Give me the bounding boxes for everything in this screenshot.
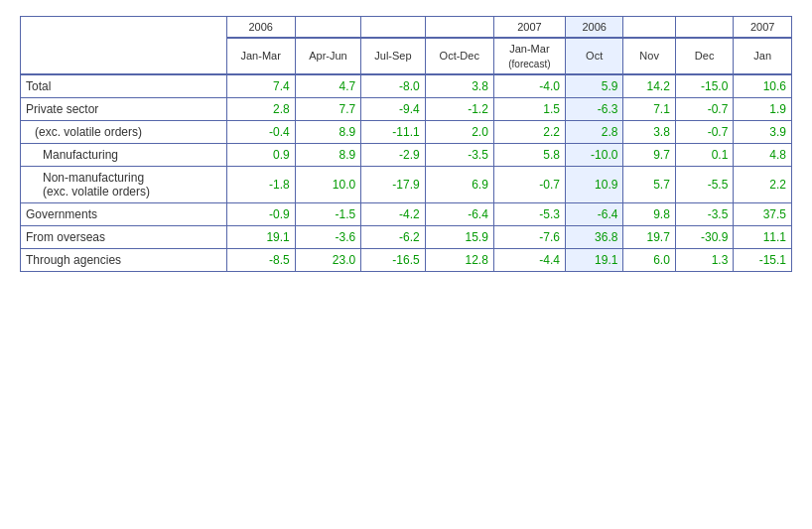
cell-oct_2006: 2.8 (565, 120, 623, 143)
cell-q1_2006: 19.1 (226, 225, 295, 248)
cell-jan_2007: 11.1 (734, 225, 792, 248)
cell-q1_2007: -0.7 (493, 166, 565, 202)
col-header-2006-oct: 2006 (565, 17, 623, 39)
cell-dec_2006: -3.5 (675, 202, 734, 225)
cell-jan_2007: -15.1 (734, 248, 792, 271)
cell-oct_2006: 5.9 (565, 74, 623, 98)
data-table: 2006 2007 2006 2007 Jan-Mar Apr-Jun Jul-… (20, 16, 792, 272)
cell-jan_2007: 37.5 (734, 202, 792, 225)
cell-q3_2006: -6.2 (361, 225, 426, 248)
table-row: Total7.44.7-8.03.8-4.05.914.2-15.010.6 (21, 74, 792, 98)
table-row: Non-manufacturing(exc. volatile orders)-… (21, 166, 792, 202)
cell-nov_2006: 9.8 (623, 202, 675, 225)
col-header-apr (295, 17, 360, 39)
cell-q1_2006: -0.9 (226, 202, 295, 225)
cell-nov_2006: 9.7 (623, 143, 675, 166)
cell-q2_2006: 7.7 (295, 97, 360, 120)
col-subheader-jan-mar: Jan-Mar (226, 38, 295, 74)
row-label: Through agencies (21, 248, 227, 271)
col-header-jul (361, 17, 426, 39)
cell-nov_2006: 14.2 (623, 74, 675, 98)
cell-q3_2006: -11.1 (361, 120, 426, 143)
cell-q4_2006: 12.8 (425, 248, 493, 271)
col-subheader-jan: Jan (734, 38, 792, 74)
cell-dec_2006: -0.7 (675, 97, 734, 120)
col-header-2007: 2007 (493, 17, 565, 39)
cell-q1_2007: 2.2 (493, 120, 565, 143)
cell-oct_2006: -6.3 (565, 97, 623, 120)
col-header-label (21, 17, 227, 74)
col-subheader-nov: Nov (623, 38, 675, 74)
row-label: Governments (21, 202, 227, 225)
cell-jan_2007: 4.8 (734, 143, 792, 166)
col-subheader-dec: Dec (675, 38, 734, 74)
col-header-nov (623, 17, 675, 39)
col-header-2006: 2006 (226, 17, 295, 39)
cell-q3_2006: -2.9 (361, 143, 426, 166)
cell-oct_2006: 10.9 (565, 166, 623, 202)
row-label: Total (21, 74, 227, 98)
cell-jan_2007: 2.2 (734, 166, 792, 202)
cell-q4_2006: 2.0 (425, 120, 493, 143)
cell-nov_2006: 3.8 (623, 120, 675, 143)
cell-q4_2006: 15.9 (425, 225, 493, 248)
cell-q4_2006: 6.9 (425, 166, 493, 202)
cell-oct_2006: -6.4 (565, 202, 623, 225)
cell-oct_2006: -10.0 (565, 143, 623, 166)
cell-q3_2006: -9.4 (361, 97, 426, 120)
row-label: Manufacturing (21, 143, 227, 166)
cell-q1_2007: -7.6 (493, 225, 565, 248)
table-row: Governments-0.9-1.5-4.2-6.4-5.3-6.49.8-3… (21, 202, 792, 225)
col-header-2007-jan: 2007 (734, 17, 792, 39)
cell-q1_2007: -5.3 (493, 202, 565, 225)
cell-q1_2006: -8.5 (226, 248, 295, 271)
cell-nov_2006: 19.7 (623, 225, 675, 248)
table-row: Private sector2.87.7-9.4-1.21.5-6.37.1-0… (21, 97, 792, 120)
cell-q3_2006: -4.2 (361, 202, 426, 225)
col-subheader-jan-mar-2007: Jan-Mar(forecast) (493, 38, 565, 74)
row-label: From overseas (21, 225, 227, 248)
col-subheader-apr-jun: Apr-Jun (295, 38, 360, 74)
table-row: Manufacturing0.98.9-2.9-3.55.8-10.09.70.… (21, 143, 792, 166)
cell-q4_2006: -1.2 (425, 97, 493, 120)
cell-q2_2006: -1.5 (295, 202, 360, 225)
col-header-dec (675, 17, 734, 39)
cell-q3_2006: -8.0 (361, 74, 426, 98)
row-label: Private sector (21, 97, 227, 120)
cell-q4_2006: -3.5 (425, 143, 493, 166)
cell-q1_2007: 1.5 (493, 97, 565, 120)
cell-q2_2006: 8.9 (295, 120, 360, 143)
table-row: From overseas19.1-3.6-6.215.9-7.636.819.… (21, 225, 792, 248)
cell-q2_2006: -3.6 (295, 225, 360, 248)
cell-q1_2006: 2.8 (226, 97, 295, 120)
cell-oct_2006: 19.1 (565, 248, 623, 271)
cell-nov_2006: 7.1 (623, 97, 675, 120)
cell-q4_2006: -6.4 (425, 202, 493, 225)
row-label: Non-manufacturing(exc. volatile orders) (21, 166, 227, 202)
cell-q4_2006: 3.8 (425, 74, 493, 98)
cell-jan_2007: 3.9 (734, 120, 792, 143)
table-row: (exc. volatile orders)-0.48.9-11.12.02.2… (21, 120, 792, 143)
col-header-oct-dec (425, 17, 493, 39)
cell-nov_2006: 6.0 (623, 248, 675, 271)
cell-jan_2007: 1.9 (734, 97, 792, 120)
cell-dec_2006: -5.5 (675, 166, 734, 202)
cell-q1_2006: 7.4 (226, 74, 295, 98)
col-subheader-jul-sep: Jul-Sep (361, 38, 426, 74)
cell-q2_2006: 8.9 (295, 143, 360, 166)
cell-dec_2006: -30.9 (675, 225, 734, 248)
cell-q3_2006: -16.5 (361, 248, 426, 271)
table-body: Total7.44.7-8.03.8-4.05.914.2-15.010.6Pr… (21, 74, 792, 272)
cell-q2_2006: 23.0 (295, 248, 360, 271)
cell-q1_2006: -1.8 (226, 166, 295, 202)
cell-q2_2006: 10.0 (295, 166, 360, 202)
table-row: Through agencies-8.523.0-16.512.8-4.419.… (21, 248, 792, 271)
cell-q1_2006: 0.9 (226, 143, 295, 166)
cell-oct_2006: 36.8 (565, 225, 623, 248)
cell-q1_2007: -4.4 (493, 248, 565, 271)
cell-jan_2007: 10.6 (734, 74, 792, 98)
cell-dec_2006: 0.1 (675, 143, 734, 166)
cell-dec_2006: -15.0 (675, 74, 734, 98)
cell-dec_2006: 1.3 (675, 248, 734, 271)
col-subheader-oct-dec: Oct-Dec (425, 38, 493, 74)
